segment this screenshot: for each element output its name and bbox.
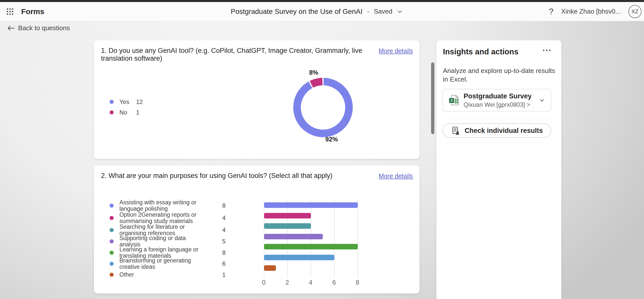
- signed-in-user-name: Xinke Zhao [bhsv0...: [561, 8, 621, 15]
- excel-file-breadcrumb: Qixuan Wei [gprx0803] > Document: [464, 101, 531, 108]
- donut-percent-label-yes: 92%: [325, 136, 338, 143]
- bar-1: [264, 202, 358, 208]
- file-card-expand-button[interactable]: [533, 97, 551, 104]
- header-right-group: ? Xinke Zhao [bhsv0... XZ: [549, 5, 641, 18]
- excel-file-name: Postgraduate Survey on th...: [464, 92, 531, 100]
- legend-item: Brainstorming or generating creative ide…: [110, 257, 208, 270]
- chevron-down-icon: [538, 97, 545, 104]
- legend-value: 4: [222, 227, 226, 234]
- legend-dot: [110, 262, 114, 266]
- gridline: [358, 199, 358, 277]
- legend-value: 6: [222, 260, 226, 267]
- donut-segment-yes: [297, 82, 349, 133]
- legend-value: 1: [136, 109, 139, 116]
- document-title: Postgraduate Survey on the Use of GenAI: [231, 8, 363, 16]
- question-2-more-details-link[interactable]: More details: [379, 172, 413, 180]
- insights-panel-title: Insights and actions: [443, 47, 519, 56]
- legend-value: 8: [222, 202, 226, 209]
- help-icon[interactable]: ?: [549, 7, 554, 16]
- back-label: Back to questions: [18, 24, 70, 32]
- x-axis-tick-label: 2: [280, 279, 295, 286]
- bar-7: [264, 265, 276, 271]
- legend-item: Supporting coding or data analysis5: [110, 235, 208, 248]
- x-axis-tick-label: 4: [303, 279, 318, 286]
- question-2-card: 2. What are your main purposes for using…: [94, 165, 420, 293]
- legend-label: Assisting with essay writing or language…: [119, 199, 208, 212]
- app-name: Forms: [21, 7, 44, 16]
- gridline: [334, 199, 335, 277]
- chevron-down-icon[interactable]: [397, 9, 403, 15]
- bar-3: [264, 223, 311, 229]
- legend-dot: [110, 251, 114, 255]
- bar-chart-plot-area: 02468: [264, 199, 372, 277]
- legend-label: Option 2Generating reports or summarisin…: [119, 212, 208, 224]
- avatar[interactable]: XZ: [628, 5, 641, 18]
- legend-dot: [110, 216, 114, 220]
- check-individual-results-button[interactable]: Check individual results: [442, 123, 551, 138]
- excel-file-meta: Postgraduate Survey on th... Qixuan Wei …: [464, 92, 531, 108]
- svg-text:X: X: [450, 98, 453, 102]
- waffle-icon: [6, 8, 14, 15]
- individual-results-icon: [452, 126, 460, 135]
- legend-value: 8: [222, 249, 226, 256]
- x-axis-tick-label: 0: [256, 279, 271, 286]
- donut-chart: [283, 67, 363, 148]
- legend-dot: [110, 100, 114, 104]
- app-header: Forms Postgraduate Survey on the Use of …: [0, 2, 644, 21]
- bar-6: [264, 255, 334, 260]
- insights-section-divider: [442, 119, 551, 119]
- vertical-scrollbar-thumb[interactable]: [431, 62, 434, 134]
- document-title-group: Postgraduate Survey on the Use of GenAI …: [231, 8, 403, 16]
- legend-dot: [110, 239, 114, 243]
- window-top-strip: [0, 0, 644, 2]
- legend-item: Searching for literature or organising r…: [110, 224, 208, 236]
- ellipsis-icon: [542, 49, 552, 52]
- legend-item: Assisting with essay writing or language…: [110, 199, 208, 212]
- bar-2: [264, 213, 311, 218]
- question-1-card: 1. Do you use any GenAI tool? (e.g. CoPi…: [94, 40, 420, 159]
- insights-and-actions-panel: Insights and actions Analyze and explore…: [436, 40, 561, 299]
- excel-file-card[interactable]: X Postgraduate Survey on th... Qixuan We…: [442, 89, 551, 111]
- legend-value: 5: [222, 238, 226, 245]
- x-axis-tick-label: 6: [327, 279, 342, 286]
- donut-percent-label-no: 8%: [309, 69, 318, 76]
- back-arrow-icon: [7, 25, 15, 31]
- question-1-more-details-link[interactable]: More details: [379, 47, 413, 55]
- legend-dot: [110, 110, 114, 114]
- legend-label: Supporting coding or data analysis: [119, 235, 208, 248]
- legend-value: 12: [136, 98, 143, 105]
- legend-dot: [110, 273, 114, 277]
- legend-item: Other1: [110, 272, 208, 278]
- app-launcher-waffle-icon[interactable]: [5, 6, 16, 17]
- x-axis-tick-label: 8: [350, 279, 365, 286]
- forms-results-page: Forms Postgraduate Survey on the Use of …: [0, 0, 644, 299]
- legend-item: Option 2Generating reports or summarisin…: [110, 212, 208, 224]
- back-to-questions-link[interactable]: Back to questions: [7, 24, 70, 32]
- question-2-title: 2. What are your main purposes for using…: [101, 172, 332, 180]
- donut-segment-no: [311, 82, 323, 84]
- save-status: Saved: [374, 8, 392, 15]
- legend-label: Other: [119, 272, 208, 278]
- legend-item: Yes12: [110, 99, 142, 105]
- legend-dot: [110, 228, 114, 232]
- insights-description: Analyze and explore up-to-date results i…: [443, 66, 558, 84]
- legend-value: 4: [222, 214, 226, 221]
- more-options-icon[interactable]: [542, 49, 552, 53]
- donut-chart-svg: [283, 67, 363, 148]
- bar-4: [264, 234, 323, 239]
- title-separator: -: [367, 8, 369, 15]
- legend-label: Searching for literature or organising r…: [119, 224, 208, 236]
- legend-label: Brainstorming or generating creative ide…: [119, 257, 208, 270]
- excel-icon: X: [448, 95, 460, 106]
- bar-5: [264, 244, 358, 249]
- legend-item: No1: [110, 109, 142, 116]
- legend-value: 1: [222, 271, 226, 278]
- legend-dot: [110, 204, 114, 208]
- question-1-title: 1. Do you use any GenAI tool? (e.g. CoPi…: [101, 47, 373, 62]
- check-individual-results-label: Check individual results: [465, 127, 543, 135]
